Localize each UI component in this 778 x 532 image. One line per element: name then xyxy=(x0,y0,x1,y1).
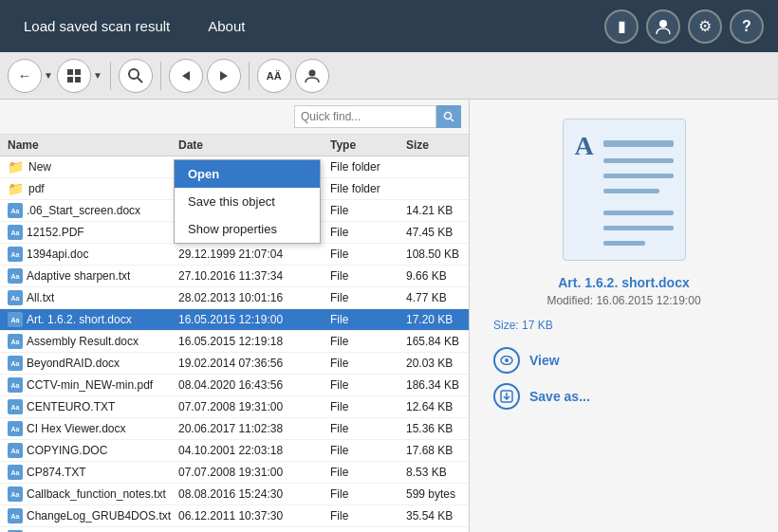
doc-icon: Aa xyxy=(8,399,23,414)
toolbar-next-btn[interactable] xyxy=(207,59,241,93)
toolbar-sep-3 xyxy=(249,62,250,90)
table-row[interactable]: AaCI Hex Viewer.docx 20.06.2017 11:02:38… xyxy=(0,418,469,440)
file-name: Aa12152.PDF xyxy=(8,225,178,240)
svg-marker-7 xyxy=(182,71,190,81)
file-size: 20.03 KB xyxy=(406,357,469,370)
search-button[interactable] xyxy=(436,105,461,128)
header: Load saved scan result About ▮ ⚙ ? xyxy=(0,0,778,52)
file-name: AaAll.txt xyxy=(8,290,178,305)
doc-icon: Aa xyxy=(8,377,23,393)
file-type: File xyxy=(330,248,406,261)
toolbar-grid-btn[interactable] xyxy=(57,59,91,93)
table-row[interactable]: AaArt. 1.6.2. short.docx 16.05.2015 12:1… xyxy=(0,309,469,331)
doc-icon: Aa xyxy=(8,443,23,458)
help-icon[interactable]: ? xyxy=(730,9,764,44)
file-size: 186.34 KB xyxy=(406,378,469,392)
file-type: File folder xyxy=(330,182,406,195)
toolbar-back-btn[interactable]: ← xyxy=(8,59,42,93)
file-type: File xyxy=(330,313,406,326)
save-label: Save as... xyxy=(529,389,590,404)
view-label: View xyxy=(529,353,560,368)
search-input[interactable] xyxy=(294,105,436,128)
table-row[interactable]: AaCENTEURO.TXT 07.07.2008 19:31:00 File … xyxy=(0,396,469,418)
file-name: Aa.06_Start_screen.docx xyxy=(8,203,178,218)
svg-rect-3 xyxy=(67,77,73,83)
preview-doc-icon: A xyxy=(563,119,686,261)
preview-save-action[interactable]: Save as... xyxy=(493,383,590,410)
preview-pane: A Art. 1.6.2. short.docx Modified: 16.06… xyxy=(470,100,778,532)
table-row[interactable]: AaCCTV-min_NEW-min.pdf 08.04.2020 16:43:… xyxy=(0,375,469,396)
svg-rect-2 xyxy=(75,69,81,75)
doc-icon: Aa xyxy=(8,356,23,371)
table-row[interactable]: AaChangelog.txt 01.12.2007 01:43:02 File… xyxy=(0,527,469,532)
file-type: File xyxy=(330,335,406,348)
file-type: File xyxy=(330,487,406,501)
file-type: File folder xyxy=(330,160,406,174)
save-icon xyxy=(493,383,520,410)
file-type: File xyxy=(330,291,406,304)
file-date: 29.12.1999 21:07:04 xyxy=(178,248,330,261)
svg-point-0 xyxy=(659,20,667,28)
table-row[interactable]: AaAdaptive sharpen.txt 27.10.2016 11:37:… xyxy=(0,266,469,287)
doc-icon: Aa xyxy=(8,334,23,349)
table-row[interactable]: AaCallback_function_notes.txt 08.08.2016… xyxy=(0,484,469,505)
file-date: 04.10.2001 22:03:18 xyxy=(178,444,330,457)
table-row[interactable]: AaCP874.TXT 07.07.2008 19:31:00 File 8.5… xyxy=(0,462,469,484)
doc-icon: Aa xyxy=(8,421,23,436)
table-row[interactable]: AaAll.txt 28.02.2013 10:01:16 File 4.77 … xyxy=(0,287,469,309)
file-type: File xyxy=(330,378,406,392)
settings-icon[interactable]: ⚙ xyxy=(688,9,722,44)
file-name: AaAssembly Result.docx xyxy=(8,334,178,349)
svg-point-9 xyxy=(308,69,315,76)
file-name: AaCP874.TXT xyxy=(8,465,178,480)
file-name: AaCOPYING.DOC xyxy=(8,443,178,458)
toolbar: ← ▼ ▼ AÄ xyxy=(0,52,778,100)
file-type: File xyxy=(330,444,406,457)
doc-icon: Aa xyxy=(8,312,23,327)
view-icon xyxy=(493,347,520,374)
menu-item-about[interactable]: About xyxy=(198,13,254,39)
file-date: 08.04.2020 16:43:56 xyxy=(178,378,330,392)
table-row[interactable]: AaCOPYING.DOC 04.10.2001 22:03:18 File 1… xyxy=(0,440,469,462)
toolbar-prev-btn[interactable] xyxy=(169,59,203,93)
file-name: AaCCTV-min_NEW-min.pdf xyxy=(8,377,178,393)
file-size: 4.77 KB xyxy=(406,291,469,304)
doc-icon: Aa xyxy=(8,290,23,305)
file-date: 27.10.2016 11:37:34 xyxy=(178,269,330,283)
table-row[interactable]: Aa1394api.doc 29.12.1999 21:07:04 File 1… xyxy=(0,244,469,266)
toolbar-back-arrow[interactable]: ▼ xyxy=(44,70,53,81)
context-menu-item-show-properties[interactable]: Show properties xyxy=(175,215,320,243)
table-row[interactable]: AaChangeLog_GRUB4DOS.txt 06.12.2011 10:3… xyxy=(0,505,469,527)
doc-icon: Aa xyxy=(8,247,23,262)
main-area: Name Date Type Size 📁New 26.02.2020 07:4… xyxy=(0,100,778,532)
file-date: 08.08.2016 15:24:30 xyxy=(178,487,330,501)
toolbar-user-btn[interactable] xyxy=(295,59,329,93)
file-name: AaChangeLog_GRUB4DOS.txt xyxy=(8,508,178,523)
monitor-icon[interactable]: ▮ xyxy=(604,9,639,44)
folder-icon: 📁 xyxy=(8,181,24,196)
svg-rect-1 xyxy=(67,69,73,75)
doc-icon: Aa xyxy=(8,508,23,523)
toolbar-search-btn[interactable] xyxy=(119,59,153,93)
user-icon[interactable] xyxy=(646,9,680,44)
table-row[interactable]: AaBeyondRAID.docx 19.02.2014 07:36:56 Fi… xyxy=(0,353,469,375)
file-type: File xyxy=(330,509,406,523)
table-row[interactable]: AaAssembly Result.docx 16.05.2015 12:19:… xyxy=(0,331,469,353)
context-menu-item-save-this-object[interactable]: Save this object xyxy=(175,188,320,215)
file-date: 07.07.2008 19:31:00 xyxy=(178,466,330,479)
file-size: 9.66 KB xyxy=(406,269,469,283)
context-menu-item-open[interactable]: Open xyxy=(175,160,320,188)
toolbar-grid-arrow[interactable]: ▼ xyxy=(93,70,102,81)
file-type: File xyxy=(330,400,406,413)
col-date: Date xyxy=(178,138,330,152)
file-size: 165.84 KB xyxy=(406,335,469,348)
toolbar-sep-1 xyxy=(110,62,111,90)
file-date: 19.02.2014 07:36:56 xyxy=(178,357,330,370)
svg-rect-4 xyxy=(75,77,81,83)
toolbar-font-btn[interactable]: AÄ xyxy=(257,59,291,93)
menu-item-load[interactable]: Load saved scan result xyxy=(14,13,179,39)
col-name: Name xyxy=(8,138,178,152)
preview-view-action[interactable]: View xyxy=(493,347,560,374)
file-name: 📁pdf xyxy=(8,181,178,196)
file-size: 15.36 KB xyxy=(406,422,469,435)
